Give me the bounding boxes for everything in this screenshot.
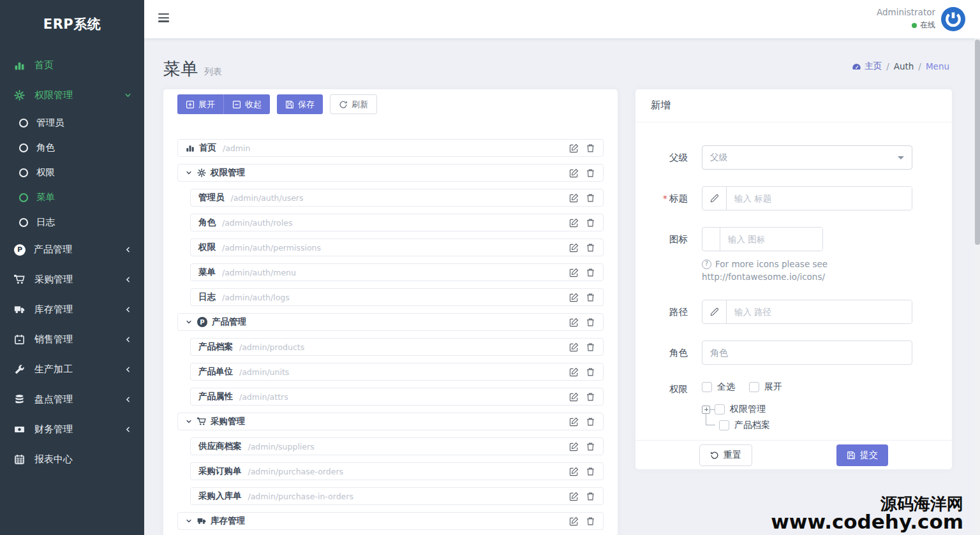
circle-icon — [19, 119, 28, 128]
role-input[interactable] — [702, 341, 912, 365]
edit-icon[interactable] — [569, 342, 579, 352]
tree-row[interactable]: 库存管理 — [177, 512, 604, 530]
sidebar-item-8[interactable]: 财务管理 — [0, 414, 144, 444]
sidebar-item-9[interactable]: 报表中心 — [0, 444, 144, 474]
sidebar-item-3[interactable]: 采购管理 — [0, 265, 144, 295]
tree-row[interactable]: 采购订购单/admin/purchase-orders — [190, 462, 604, 480]
chevron-down-icon[interactable] — [186, 170, 192, 176]
edit-icon[interactable] — [569, 168, 579, 178]
trash-icon[interactable] — [586, 318, 595, 327]
sidebar-item-6[interactable]: 生产加工 — [0, 355, 144, 385]
trash-icon[interactable] — [586, 243, 595, 253]
trash-icon[interactable] — [586, 492, 595, 501]
trash-icon[interactable] — [586, 417, 595, 427]
scrollbar-thumb[interactable] — [975, 40, 980, 245]
path-input[interactable] — [727, 300, 912, 323]
tree-row-path: /admin/auth/menu — [222, 268, 296, 277]
chevron-down-icon[interactable] — [186, 418, 192, 425]
sidebar-item-1[interactable]: 权限管理 — [0, 80, 144, 110]
trash-icon[interactable] — [586, 218, 595, 228]
sidebar-subitem-1[interactable]: 角色 — [0, 135, 144, 160]
icon-hint-url: http://fontawesome.io/icons/ — [702, 270, 828, 283]
edit-icon[interactable] — [569, 193, 579, 203]
reset-button[interactable]: 重置 — [699, 444, 752, 466]
trash-icon[interactable] — [586, 143, 595, 153]
username: Administrator — [877, 7, 935, 17]
tree-row[interactable]: 管理员/admin/auth/users — [190, 189, 604, 207]
parent-select[interactable]: 父级 — [702, 145, 912, 170]
permission-tree: 权限管理 产品档案 — [702, 402, 782, 434]
edit-icon[interactable] — [569, 467, 579, 476]
edit-icon[interactable] — [569, 293, 579, 302]
tree-row[interactable]: 角色/admin/auth/roles — [190, 214, 604, 231]
expand-tree-checkbox[interactable] — [749, 382, 759, 392]
icon-input[interactable] — [720, 228, 822, 251]
tree-row[interactable]: 首页/admin — [177, 139, 604, 157]
tree-row-title: 角色 — [198, 217, 216, 228]
form-footer: 重置 提交 — [635, 440, 952, 469]
trash-icon[interactable] — [586, 517, 595, 526]
tree-row[interactable]: 日志/admin/auth/logs — [190, 288, 604, 306]
sidebar-item-5[interactable]: 销售管理 — [0, 325, 144, 355]
sidebar-item-4[interactable]: 库存管理 — [0, 295, 144, 325]
edit-icon[interactable] — [569, 492, 579, 501]
tree-row[interactable]: 权限管理 — [177, 164, 604, 182]
sidebar-subitem-0[interactable]: 管理员 — [0, 110, 144, 135]
expand-tree-label: 展开 — [764, 381, 782, 393]
topbar: Administrator 在线 — [144, 0, 980, 38]
refresh-button[interactable]: 刷新 — [330, 94, 377, 114]
edit-icon[interactable] — [569, 268, 579, 277]
tree-row[interactable]: 产品属性/admin/attrs — [190, 388, 604, 406]
sidebar-item-2[interactable]: 产品管理 — [0, 235, 144, 265]
tree-row[interactable]: 采购入库单/admin/purchase-in-orders — [190, 487, 604, 505]
edit-icon[interactable] — [569, 392, 579, 402]
trash-icon[interactable] — [586, 392, 595, 402]
edit-icon[interactable] — [569, 218, 579, 228]
tree-row[interactable]: 产品档案/admin/products — [190, 338, 604, 356]
trash-icon[interactable] — [586, 193, 595, 203]
trash-icon[interactable] — [586, 467, 595, 476]
submit-button[interactable]: 提交 — [836, 444, 888, 466]
avatar[interactable] — [940, 6, 966, 32]
edit-icon[interactable] — [569, 143, 579, 153]
permission-node-checkbox[interactable] — [719, 420, 729, 430]
tree-expand-icon[interactable] — [702, 406, 710, 414]
edit-icon[interactable] — [569, 243, 579, 253]
sidebar-subitem-3[interactable]: 菜单 — [0, 185, 144, 210]
tree-row[interactable]: 产品管理 — [177, 313, 604, 331]
trash-icon[interactable] — [586, 268, 595, 277]
sidebar-item-0[interactable]: 首页 — [0, 50, 144, 80]
trash-icon[interactable] — [586, 293, 595, 302]
breadcrumb-home[interactable]: 主页 — [865, 61, 882, 72]
edit-icon[interactable] — [569, 367, 579, 377]
tree-row[interactable]: 产品单位/admin/units — [190, 363, 604, 381]
edit-icon[interactable] — [569, 442, 579, 451]
check-all-checkbox[interactable] — [702, 382, 712, 392]
tree-row[interactable]: 权限/admin/auth/permissions — [190, 238, 604, 256]
chevron-down-icon[interactable] — [186, 518, 192, 524]
sidebar-item-7[interactable]: 盘点管理 — [0, 385, 144, 414]
chevron-left-icon — [124, 396, 131, 403]
edit-icon[interactable] — [569, 517, 579, 526]
trash-icon[interactable] — [586, 342, 595, 352]
calendar-icon — [14, 334, 26, 345]
save-button[interactable]: 保存 — [277, 94, 323, 114]
trash-icon[interactable] — [586, 168, 595, 178]
tree-row[interactable]: 菜单/admin/auth/menu — [190, 263, 604, 281]
edit-icon[interactable] — [569, 417, 579, 427]
edit-icon[interactable] — [569, 318, 579, 327]
expand-all-button[interactable]: 展开 — [177, 94, 223, 114]
menu-list-card: 展开 收起 保存 刷新 首页/admin权限管理管理员/admin/auth/u… — [163, 89, 618, 535]
tree-row[interactable]: 采购管理 — [177, 413, 604, 430]
collapse-all-button[interactable]: 收起 — [223, 94, 270, 114]
title-input[interactable] — [727, 187, 912, 210]
trash-icon[interactable] — [586, 442, 595, 451]
breadcrumb-auth[interactable]: Auth — [894, 61, 914, 71]
chevron-down-icon[interactable] — [186, 319, 192, 325]
sidebar-subitem-4[interactable]: 日志 — [0, 210, 144, 235]
sidebar-subitem-2[interactable]: 权限 — [0, 160, 144, 185]
tree-row[interactable]: 供应商档案/admin/suppliers — [190, 437, 604, 455]
permission-node-checkbox[interactable] — [715, 404, 725, 414]
trash-icon[interactable] — [586, 367, 595, 377]
menu-toggle-button[interactable] — [158, 13, 169, 24]
